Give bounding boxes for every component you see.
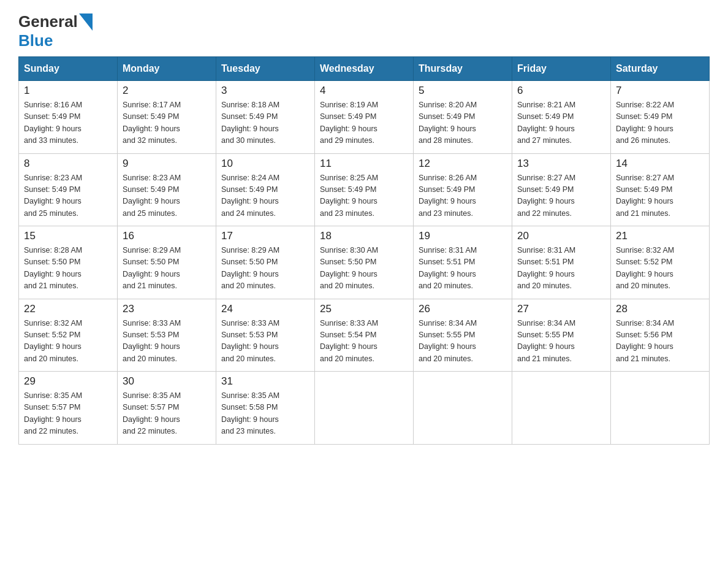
calendar-cell: 14 Sunrise: 8:27 AMSunset: 5:49 PMDaylig… (611, 153, 710, 226)
weekday-header-row: SundayMondayTuesdayWednesdayThursdayFrid… (19, 57, 710, 81)
calendar-cell: 10 Sunrise: 8:24 AMSunset: 5:49 PMDaylig… (216, 153, 315, 226)
week-row-3: 15 Sunrise: 8:28 AMSunset: 5:50 PMDaylig… (19, 226, 710, 299)
day-info: Sunrise: 8:19 AMSunset: 5:49 PMDaylight:… (320, 99, 408, 147)
calendar-cell: 18 Sunrise: 8:30 AMSunset: 5:50 PMDaylig… (315, 226, 414, 299)
day-number: 21 (616, 230, 704, 242)
weekday-header-wednesday: Wednesday (315, 57, 414, 81)
logo: General Blue (18, 12, 94, 50)
calendar-cell: 28 Sunrise: 8:34 AMSunset: 5:56 PMDaylig… (611, 299, 710, 372)
calendar-cell: 5 Sunrise: 8:20 AMSunset: 5:49 PMDayligh… (414, 81, 512, 154)
day-info: Sunrise: 8:23 AMSunset: 5:49 PMDaylight:… (123, 172, 211, 220)
calendar-cell: 3 Sunrise: 8:18 AMSunset: 5:49 PMDayligh… (216, 81, 315, 154)
calendar-cell (315, 372, 414, 445)
week-row-2: 8 Sunrise: 8:23 AMSunset: 5:49 PMDayligh… (19, 153, 710, 226)
day-number: 28 (616, 303, 704, 315)
calendar-cell: 26 Sunrise: 8:34 AMSunset: 5:55 PMDaylig… (414, 299, 512, 372)
svg-marker-0 (79, 13, 93, 31)
day-number: 25 (320, 303, 408, 315)
day-info: Sunrise: 8:35 AMSunset: 5:58 PMDaylight:… (221, 390, 309, 438)
day-number: 12 (419, 158, 507, 170)
day-number: 23 (123, 303, 211, 315)
day-number: 4 (320, 85, 408, 97)
calendar-cell: 23 Sunrise: 8:33 AMSunset: 5:53 PMDaylig… (118, 299, 216, 372)
week-row-1: 1 Sunrise: 8:16 AMSunset: 5:49 PMDayligh… (19, 81, 710, 154)
day-number: 19 (419, 230, 507, 242)
day-number: 22 (24, 303, 112, 315)
calendar-cell: 8 Sunrise: 8:23 AMSunset: 5:49 PMDayligh… (19, 153, 118, 226)
day-info: Sunrise: 8:21 AMSunset: 5:49 PMDaylight:… (517, 99, 605, 147)
day-number: 7 (616, 85, 704, 97)
day-number: 6 (517, 85, 605, 97)
calendar-cell: 31 Sunrise: 8:35 AMSunset: 5:58 PMDaylig… (216, 372, 315, 445)
day-info: Sunrise: 8:27 AMSunset: 5:49 PMDaylight:… (517, 172, 605, 220)
day-info: Sunrise: 8:24 AMSunset: 5:49 PMDaylight:… (221, 172, 309, 220)
day-number: 14 (616, 158, 704, 170)
day-number: 10 (221, 158, 309, 170)
day-info: Sunrise: 8:18 AMSunset: 5:49 PMDaylight:… (221, 99, 309, 147)
calendar-cell: 19 Sunrise: 8:31 AMSunset: 5:51 PMDaylig… (414, 226, 512, 299)
calendar-cell: 9 Sunrise: 8:23 AMSunset: 5:49 PMDayligh… (118, 153, 216, 226)
day-info: Sunrise: 8:34 AMSunset: 5:55 PMDaylight:… (419, 318, 507, 366)
calendar-cell: 30 Sunrise: 8:35 AMSunset: 5:57 PMDaylig… (118, 372, 216, 445)
weekday-header-friday: Friday (512, 57, 611, 81)
weekday-header-saturday: Saturday (611, 57, 710, 81)
calendar-cell: 1 Sunrise: 8:16 AMSunset: 5:49 PMDayligh… (19, 81, 118, 154)
day-info: Sunrise: 8:30 AMSunset: 5:50 PMDaylight:… (320, 245, 408, 293)
day-number: 29 (24, 375, 112, 388)
day-info: Sunrise: 8:23 AMSunset: 5:49 PMDaylight:… (24, 172, 112, 220)
page-header: General Blue (18, 12, 710, 50)
day-number: 9 (123, 158, 211, 170)
day-info: Sunrise: 8:22 AMSunset: 5:49 PMDaylight:… (616, 99, 704, 147)
day-number: 31 (221, 375, 309, 388)
day-number: 11 (320, 158, 408, 170)
day-info: Sunrise: 8:29 AMSunset: 5:50 PMDaylight:… (221, 245, 309, 293)
calendar-cell: 4 Sunrise: 8:19 AMSunset: 5:49 PMDayligh… (315, 81, 414, 154)
day-number: 20 (517, 230, 605, 242)
calendar-cell (611, 372, 710, 445)
calendar-cell: 25 Sunrise: 8:33 AMSunset: 5:54 PMDaylig… (315, 299, 414, 372)
day-info: Sunrise: 8:20 AMSunset: 5:49 PMDaylight:… (419, 99, 507, 147)
calendar-cell: 13 Sunrise: 8:27 AMSunset: 5:49 PMDaylig… (512, 153, 611, 226)
calendar-cell: 2 Sunrise: 8:17 AMSunset: 5:49 PMDayligh… (118, 81, 216, 154)
calendar-cell: 16 Sunrise: 8:29 AMSunset: 5:50 PMDaylig… (118, 226, 216, 299)
calendar-cell: 7 Sunrise: 8:22 AMSunset: 5:49 PMDayligh… (611, 81, 710, 154)
day-info: Sunrise: 8:32 AMSunset: 5:52 PMDaylight:… (24, 318, 112, 366)
day-info: Sunrise: 8:31 AMSunset: 5:51 PMDaylight:… (517, 245, 605, 293)
day-number: 18 (320, 230, 408, 242)
logo-blue-text: Blue (18, 31, 53, 50)
day-number: 2 (123, 85, 211, 97)
day-number: 17 (221, 230, 309, 242)
day-info: Sunrise: 8:16 AMSunset: 5:49 PMDaylight:… (24, 99, 112, 147)
calendar-table: SundayMondayTuesdayWednesdayThursdayFrid… (18, 56, 710, 445)
day-number: 24 (221, 303, 309, 315)
week-row-5: 29 Sunrise: 8:35 AMSunset: 5:57 PMDaylig… (19, 372, 710, 445)
day-info: Sunrise: 8:26 AMSunset: 5:49 PMDaylight:… (419, 172, 507, 220)
day-info: Sunrise: 8:25 AMSunset: 5:49 PMDaylight:… (320, 172, 408, 220)
day-number: 8 (24, 158, 112, 170)
logo-general-text: General (18, 12, 78, 31)
calendar-cell: 15 Sunrise: 8:28 AMSunset: 5:50 PMDaylig… (19, 226, 118, 299)
weekday-header-monday: Monday (118, 57, 216, 81)
day-info: Sunrise: 8:33 AMSunset: 5:54 PMDaylight:… (320, 318, 408, 366)
weekday-header-sunday: Sunday (19, 57, 118, 81)
day-info: Sunrise: 8:35 AMSunset: 5:57 PMDaylight:… (123, 390, 211, 438)
calendar-cell: 17 Sunrise: 8:29 AMSunset: 5:50 PMDaylig… (216, 226, 315, 299)
day-number: 5 (419, 85, 507, 97)
logo-triangle-icon (79, 13, 93, 31)
calendar-cell: 6 Sunrise: 8:21 AMSunset: 5:49 PMDayligh… (512, 81, 611, 154)
calendar-cell (512, 372, 611, 445)
calendar-cell: 21 Sunrise: 8:32 AMSunset: 5:52 PMDaylig… (611, 226, 710, 299)
day-info: Sunrise: 8:17 AMSunset: 5:49 PMDaylight:… (123, 99, 211, 147)
day-number: 16 (123, 230, 211, 242)
day-info: Sunrise: 8:32 AMSunset: 5:52 PMDaylight:… (616, 245, 704, 293)
day-number: 3 (221, 85, 309, 97)
calendar-cell: 29 Sunrise: 8:35 AMSunset: 5:57 PMDaylig… (19, 372, 118, 445)
day-info: Sunrise: 8:29 AMSunset: 5:50 PMDaylight:… (123, 245, 211, 293)
calendar-cell: 20 Sunrise: 8:31 AMSunset: 5:51 PMDaylig… (512, 226, 611, 299)
day-number: 26 (419, 303, 507, 315)
day-number: 15 (24, 230, 112, 242)
day-number: 1 (24, 85, 112, 97)
calendar-cell: 27 Sunrise: 8:34 AMSunset: 5:55 PMDaylig… (512, 299, 611, 372)
day-info: Sunrise: 8:34 AMSunset: 5:56 PMDaylight:… (616, 318, 704, 366)
day-info: Sunrise: 8:34 AMSunset: 5:55 PMDaylight:… (517, 318, 605, 366)
